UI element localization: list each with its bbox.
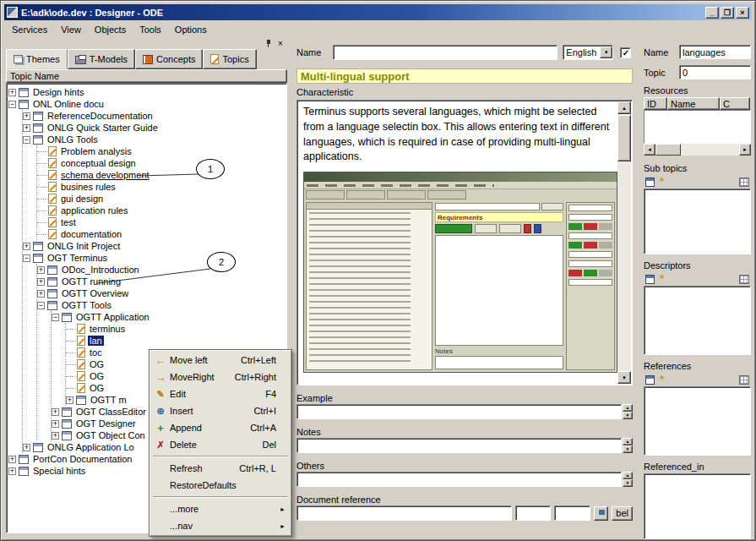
characteristic-editor[interactable]: Terminus supports several languages, whi… — [296, 100, 633, 385]
tree-item-label[interactable]: documentation — [59, 229, 123, 239]
collapse-toggle-icon[interactable]: − — [8, 101, 16, 108]
tree-item-label[interactable]: Special hints — [31, 466, 87, 476]
tree-item[interactable]: conceptual design — [37, 157, 285, 169]
add-item-icon[interactable] — [645, 178, 655, 187]
vertical-scrollbar[interactable]: ▲ ▼ — [617, 101, 631, 384]
tree-item[interactable]: +ODoc_Introduction — [37, 264, 285, 276]
scroll-up-icon[interactable]: ▲ — [617, 101, 631, 114]
tree-item-label[interactable]: conceptual design — [59, 158, 138, 168]
grid-view-icon[interactable] — [739, 178, 749, 187]
tree-item[interactable]: −ONL Online docu — [8, 98, 285, 110]
edit-item-icon[interactable]: * — [657, 274, 666, 284]
menu-item-append[interactable]: +AppendCtrl+A — [151, 419, 290, 436]
translated-checkbox[interactable]: ✓ — [620, 47, 631, 58]
tree-item-label[interactable]: ONL Online docu — [31, 99, 106, 109]
referenced-in-list[interactable] — [644, 473, 751, 539]
tab-concepts[interactable]: Concepts — [135, 49, 203, 69]
menu-item-nav[interactable]: ...nav► — [151, 517, 290, 534]
tree-item-label[interactable]: Problem analysis — [59, 146, 133, 156]
add-item-icon[interactable] — [645, 375, 655, 385]
minimize-button[interactable]: _ — [705, 7, 719, 19]
grid-view-icon[interactable] — [739, 375, 749, 385]
tree-item-label[interactable]: OGT Designer — [74, 418, 138, 429]
tree-item[interactable]: +ReferenceDocumentation — [23, 110, 285, 122]
tree-item-label[interactable]: ONLG Tools — [46, 134, 100, 145]
tree-item-label[interactable]: gui design — [59, 194, 105, 204]
tree-item[interactable]: test — [37, 216, 285, 228]
tree-item-label[interactable]: ReferenceDocumentation — [46, 111, 155, 121]
tree-item-label[interactable]: toc — [88, 347, 104, 358]
rp-name-input[interactable]: languages — [679, 45, 751, 59]
tree-item-label[interactable]: busines rules — [59, 182, 117, 192]
collapse-toggle-icon[interactable]: − — [23, 136, 30, 144]
edit-item-icon[interactable]: * — [657, 374, 666, 385]
document-reference-page-input[interactable] — [515, 505, 551, 521]
tree-item[interactable]: busines rules — [37, 181, 285, 193]
menu-item-edit[interactable]: ✎EditF4 — [151, 385, 290, 402]
chevron-down-icon[interactable]: ▼ — [600, 46, 612, 58]
resources-h-scrollbar[interactable]: ◄ ► — [644, 144, 751, 156]
maximize-button[interactable]: ❐ — [721, 7, 734, 19]
tree-item[interactable]: −OGTT Application — [52, 311, 285, 323]
tree-column-header[interactable]: Topic Name — [6, 69, 287, 83]
tree-item[interactable]: documentation — [37, 228, 285, 240]
tab-themes[interactable]: Themes — [6, 49, 68, 69]
scroll-down-icon[interactable]: ▼ — [617, 371, 631, 384]
tree-item-label[interactable]: OGTT running — [60, 276, 122, 287]
tab-topics[interactable]: Topics — [203, 49, 256, 69]
resources-table-body[interactable] — [644, 110, 751, 144]
tree-item[interactable]: terminus — [66, 323, 285, 335]
menu-item-delete[interactable]: ✗DeleteDel — [151, 436, 290, 453]
expand-toggle-icon[interactable]: + — [52, 420, 59, 428]
menu-item-restoredefaults[interactable]: RestoreDefaults — [151, 477, 290, 494]
menu-services[interactable]: Services — [5, 23, 54, 36]
scrollbar-thumb[interactable] — [617, 115, 631, 161]
tree-item-label[interactable]: ODoc_Introduction — [60, 265, 141, 275]
tree-item[interactable]: −OGT Terminus — [23, 252, 285, 264]
tree-item[interactable]: Problem analysis — [37, 145, 285, 157]
expand-toggle-icon[interactable]: + — [23, 112, 30, 120]
tree-item-label[interactable]: OG — [88, 359, 106, 369]
notes-input[interactable] — [296, 438, 622, 453]
document-reference-extra-input[interactable] — [554, 505, 591, 521]
dock-close-icon[interactable]: × — [275, 39, 286, 49]
tree-item[interactable]: application rules — [37, 205, 285, 216]
menu-item-insert[interactable]: ⊕InsertCtrl+I — [151, 402, 290, 419]
tree-item-label[interactable]: OGTT Overview — [60, 288, 130, 298]
tree-item-label[interactable]: application rules — [59, 205, 130, 216]
name-input[interactable] — [333, 45, 557, 60]
expand-toggle-icon[interactable]: + — [52, 432, 59, 440]
notes-scroll-buttons[interactable]: ▲▼ — [623, 438, 633, 453]
bel-button[interactable]: bel — [612, 506, 633, 521]
tree-item-label[interactable]: OGTT Tools — [60, 300, 113, 310]
h-scrollbar-thumb[interactable] — [655, 144, 681, 156]
resources-column-id[interactable]: ID — [644, 97, 667, 110]
edit-item-icon[interactable]: * — [657, 177, 666, 187]
menu-item-more[interactable]: ...more► — [151, 500, 290, 517]
collapse-toggle-icon[interactable]: − — [37, 302, 45, 309]
tree-item-label[interactable]: OGT Terminus — [46, 253, 109, 263]
descriptors-list[interactable] — [644, 286, 751, 355]
tree-item[interactable]: gui design — [37, 193, 285, 205]
expand-toggle-icon[interactable]: + — [8, 89, 16, 96]
menu-item-moveleft[interactable]: ←Move leftCtrl+Left — [151, 352, 290, 369]
example-scroll-buttons[interactable]: ▲▼ — [623, 404, 633, 419]
tree-item[interactable]: +OGTT Overview — [37, 287, 285, 299]
expand-toggle-icon[interactable]: + — [37, 266, 45, 274]
expand-toggle-icon[interactable]: + — [8, 467, 16, 475]
grid-view-icon[interactable] — [739, 275, 749, 284]
document-reference-browse-button[interactable] — [594, 506, 608, 521]
sub-topics-list[interactable] — [644, 189, 751, 254]
scroll-left-icon[interactable]: ◄ — [644, 144, 655, 156]
tree-item[interactable]: +ONLG Init Project — [23, 240, 285, 252]
close-button[interactable]: × — [736, 7, 749, 19]
tree-item-label[interactable]: PortCon Documentation — [31, 454, 133, 464]
menu-item-moveright[interactable]: →MoveRightCtrl+Right — [151, 369, 290, 385]
menu-view[interactable]: View — [54, 23, 88, 36]
menu-options[interactable]: Options — [168, 23, 214, 36]
tree-item-label[interactable]: test — [59, 217, 78, 227]
expand-toggle-icon[interactable]: + — [52, 408, 59, 416]
tree-item[interactable]: +Design hints — [8, 86, 285, 98]
pin-icon[interactable] — [264, 39, 273, 48]
title-bar[interactable]: E:\adk\ode.dev : Designer - ODE _ ❐ × — [4, 4, 752, 20]
